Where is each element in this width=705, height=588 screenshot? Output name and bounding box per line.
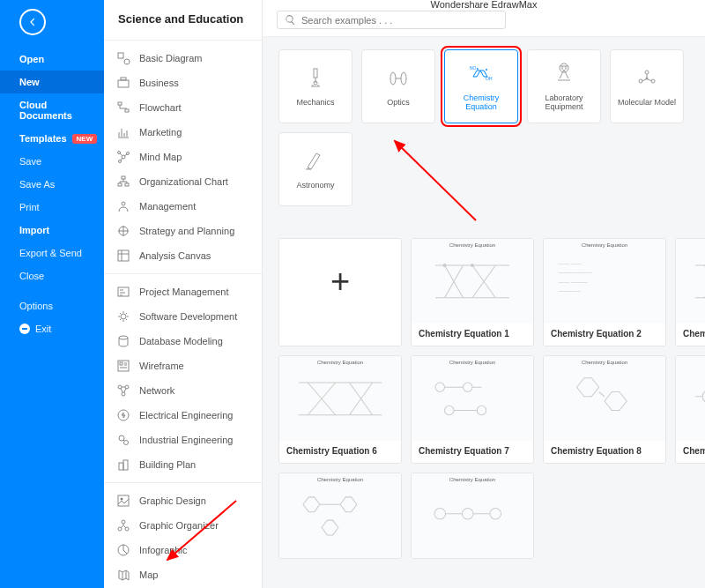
template-card[interactable]: Chemistry EquationChemistry Eq bbox=[675, 355, 705, 464]
new-template-thumb: + bbox=[279, 239, 401, 324]
template-card[interactable]: Chemistry EquationChemistry Equation 6 bbox=[278, 355, 402, 464]
svg-point-50 bbox=[645, 71, 649, 74]
template-label: Chemistry Equation 1 bbox=[412, 324, 533, 346]
category-item-graphic-organizer[interactable]: Graphic Organizer bbox=[104, 513, 262, 538]
nav-close[interactable]: Close bbox=[0, 264, 104, 287]
category-label: Mind Map bbox=[139, 152, 182, 162]
category-item-flowchart[interactable]: Flowchart bbox=[104, 95, 262, 120]
template-card[interactable]: Chemistry EquationChemistry Equation 7 bbox=[411, 355, 534, 464]
infographic-icon bbox=[116, 543, 130, 557]
tile-astronomy[interactable]: Astronomy bbox=[278, 132, 352, 206]
nav-print[interactable]: Print bbox=[0, 196, 104, 219]
svg-rect-28 bbox=[123, 460, 128, 470]
nav-cloud-documents[interactable]: Cloud Documents bbox=[0, 93, 104, 127]
template-card[interactable]: Chemistry EquationChemistry Eq bbox=[675, 238, 705, 346]
category-label: Building Plan bbox=[139, 459, 196, 470]
nav-templates[interactable]: TemplatesNEW bbox=[0, 127, 104, 150]
tile-laboratory-equipment[interactable]: Laboratory Equipment bbox=[527, 49, 601, 123]
template-thumb: Chemistry Equation bbox=[412, 239, 533, 324]
svg-point-68 bbox=[490, 508, 501, 519]
svg-rect-0 bbox=[118, 53, 123, 58]
search-box[interactable] bbox=[277, 11, 506, 29]
svg-text:——————: —————— bbox=[559, 270, 592, 276]
category-label: Graphic Design bbox=[139, 495, 206, 506]
svg-point-45 bbox=[401, 72, 406, 85]
tile-label: Laboratory Equipment bbox=[533, 94, 595, 112]
category-item-graphic-design[interactable]: Graphic Design bbox=[104, 488, 262, 513]
svg-point-31 bbox=[122, 520, 125, 524]
template-card[interactable]: Chemistry Equation bbox=[278, 473, 402, 559]
category-label: Marketing bbox=[139, 127, 182, 138]
thumb-art bbox=[417, 367, 528, 435]
nav-save-as[interactable]: Save As bbox=[0, 173, 104, 196]
tile-optics[interactable]: Optics bbox=[361, 49, 435, 123]
nav-exit[interactable]: Exit bbox=[0, 317, 104, 340]
wireframe-icon bbox=[116, 359, 130, 373]
svg-rect-4 bbox=[118, 102, 122, 105]
back-button[interactable] bbox=[19, 9, 46, 35]
template-new[interactable]: + bbox=[278, 238, 402, 346]
category-label: Analysis Canvas bbox=[139, 250, 211, 261]
template-card[interactable]: Chemistry EquationChemistry Equation 8 bbox=[543, 355, 666, 464]
category-header: Science and Education bbox=[104, 0, 262, 34]
top-bar: Wondershare EdrawMax bbox=[263, 0, 705, 37]
thumb-title: Chemistry Equation bbox=[676, 242, 705, 248]
category-item-project-management[interactable]: Project Management bbox=[104, 279, 262, 304]
category-item-electrical-engineering[interactable]: Electrical Engineering bbox=[104, 403, 262, 428]
tile-chemistry-equation[interactable]: NO₂OHChemistry Equation bbox=[444, 49, 518, 123]
category-item-analysis-canvas[interactable]: Analysis Canvas bbox=[104, 243, 262, 268]
category-item-marketing[interactable]: Marketing bbox=[104, 120, 262, 145]
nav-options[interactable]: Options bbox=[0, 294, 104, 317]
organizer-icon bbox=[116, 518, 130, 532]
category-label: Software Development bbox=[139, 311, 237, 322]
chart-icon bbox=[116, 125, 130, 139]
lab-icon bbox=[551, 61, 577, 87]
svg-point-54 bbox=[442, 264, 446, 267]
template-thumb: Chemistry Equation bbox=[676, 239, 705, 324]
category-item-infographic[interactable]: Infographic bbox=[104, 538, 262, 562]
thumb-art bbox=[681, 249, 705, 318]
briefcase-icon bbox=[116, 76, 130, 90]
svg-point-23 bbox=[122, 392, 125, 396]
nav-open[interactable]: Open bbox=[0, 48, 104, 71]
svg-point-66 bbox=[434, 508, 446, 519]
category-item-organizational-chart[interactable]: Organizational Chart bbox=[104, 169, 262, 194]
search-input[interactable] bbox=[301, 15, 498, 26]
template-card[interactable]: Chemistry EquationChemistry Equation 1 bbox=[411, 238, 534, 346]
nav-export-send[interactable]: Export & Send bbox=[0, 242, 104, 264]
nav-save[interactable]: Save bbox=[0, 150, 104, 173]
category-item-industrial-engineering[interactable]: Industrial Engineering bbox=[104, 428, 262, 452]
left-nav: Open New Cloud Documents TemplatesNEW Sa… bbox=[0, 0, 104, 588]
category-item-basic-diagram[interactable]: Basic Diagram bbox=[104, 46, 262, 71]
tile-molecular-model[interactable]: Molecular Model bbox=[610, 49, 684, 123]
svg-point-55 bbox=[471, 264, 474, 267]
category-item-building-plan[interactable]: Building Plan bbox=[104, 452, 262, 477]
thumb-art bbox=[285, 367, 396, 435]
category-label: Map bbox=[139, 569, 158, 580]
project-icon bbox=[116, 285, 130, 299]
category-item-mind-map[interactable]: Mind Map bbox=[104, 145, 262, 169]
category-item-network[interactable]: Network bbox=[104, 378, 262, 403]
category-item-business[interactable]: Business bbox=[104, 71, 262, 95]
category-item-wireframe[interactable]: Wireframe bbox=[104, 354, 262, 378]
nav-new[interactable]: New bbox=[0, 71, 104, 93]
category-label: Flowchart bbox=[139, 102, 182, 113]
category-item-database-modeling[interactable]: Database Modeling bbox=[104, 329, 262, 354]
canvas-icon bbox=[116, 249, 130, 263]
category-item-strategy-and-planning[interactable]: Strategy and Planning bbox=[104, 219, 262, 243]
svg-rect-15 bbox=[118, 250, 129, 261]
category-item-management[interactable]: Management bbox=[104, 194, 262, 219]
template-card[interactable]: Chemistry Equation bbox=[411, 473, 534, 559]
thumb-title: Chemistry Equation bbox=[676, 360, 705, 365]
category-item-map[interactable]: Map bbox=[104, 562, 262, 587]
svg-text:NO₂: NO₂ bbox=[470, 65, 479, 71]
svg-point-26 bbox=[124, 441, 129, 445]
nav-import[interactable]: Import bbox=[0, 219, 104, 242]
category-label: Electrical Engineering bbox=[139, 410, 233, 421]
tile-mechanics[interactable]: Mechanics bbox=[278, 49, 352, 123]
template-label: Chemistry Eq bbox=[676, 324, 705, 346]
category-label: Project Management bbox=[139, 287, 229, 297]
template-card[interactable]: Chemistry Equation—— —————————— ———————C… bbox=[543, 238, 666, 346]
category-item-software-development[interactable]: Software Development bbox=[104, 304, 262, 329]
thumb-title: Chemistry Equation bbox=[412, 242, 533, 248]
